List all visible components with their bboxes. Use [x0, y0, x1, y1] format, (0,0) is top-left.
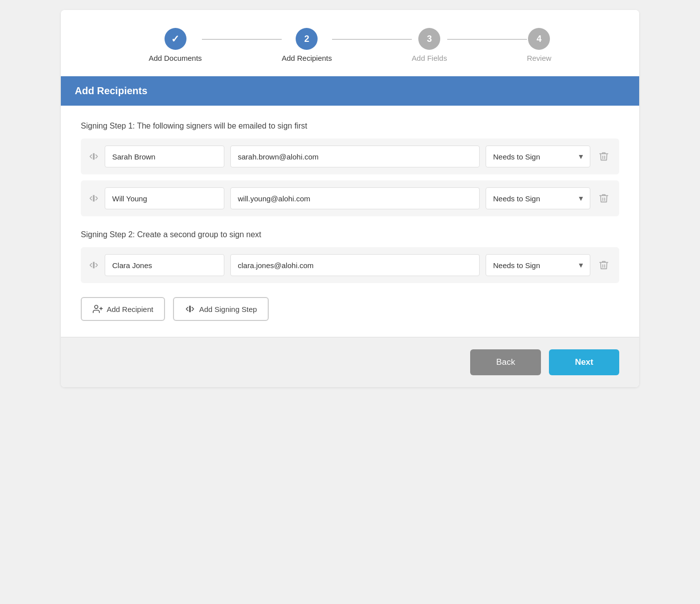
step-number-2: 2 [304, 34, 309, 44]
step-circle-3: 3 [418, 28, 440, 50]
step-label-1: Add Documents [149, 54, 202, 62]
step-add-documents: ✓ Add Documents [149, 28, 202, 62]
add-signing-step-label: Add Signing Step [199, 305, 257, 313]
step-circle-2: 2 [296, 28, 318, 50]
step-connector-2 [332, 39, 412, 40]
add-recipient-label: Add Recipient [107, 305, 153, 313]
add-buttons-area: Add Recipient Add Signing Step [81, 297, 619, 321]
step-number-3: 3 [427, 34, 432, 44]
back-button[interactable]: Back [470, 349, 541, 375]
recipient-row-2: Needs to Sign Gets a Copy Needs to View … [81, 180, 619, 216]
recipient-2-role-wrapper: Needs to Sign Gets a Copy Needs to View … [486, 187, 590, 209]
recipient-1-role-select[interactable]: Needs to Sign Gets a Copy Needs to View … [486, 146, 590, 167]
step-label-4: Review [527, 54, 551, 62]
step-review: 4 Review [527, 28, 551, 62]
add-recipient-icon [93, 304, 103, 314]
add-recipient-button[interactable]: Add Recipient [81, 297, 165, 321]
step-label-2: Add Recipients [282, 54, 332, 62]
step-add-recipients: 2 Add Recipients [282, 28, 332, 62]
step-number-4: 4 [536, 34, 541, 44]
svg-point-0 [95, 305, 98, 309]
recipient-1-role-wrapper: Needs to Sign Gets a Copy Needs to View … [486, 146, 590, 167]
content-area: Signing Step 1: The following signers wi… [61, 106, 639, 337]
section-header: Add Recipients [61, 76, 639, 106]
stepper: ✓ Add Documents 2 Add Recipients 3 Add F… [61, 10, 639, 76]
delete-recipient-3-button[interactable] [596, 258, 611, 273]
recipient-row-3: Needs to Sign Gets a Copy Needs to View … [81, 247, 619, 283]
recipient-2-role-select[interactable]: Needs to Sign Gets a Copy Needs to View … [486, 187, 590, 209]
delete-recipient-1-button[interactable] [596, 149, 611, 164]
add-signing-step-icon [185, 304, 195, 314]
sort-handle-2[interactable] [89, 193, 99, 203]
recipient-2-email-input[interactable] [230, 187, 480, 209]
recipient-3-name-input[interactable] [105, 254, 224, 276]
delete-recipient-2-button[interactable] [596, 191, 611, 206]
next-button[interactable]: Next [549, 349, 619, 375]
recipient-3-email-input[interactable] [230, 254, 480, 276]
recipient-1-email-input[interactable] [230, 146, 480, 167]
signing-step-1-label: Signing Step 1: The following signers wi… [81, 122, 619, 131]
main-container: ✓ Add Documents 2 Add Recipients 3 Add F… [61, 10, 639, 387]
footer: Back Next [61, 337, 639, 387]
sort-handle-3[interactable] [89, 260, 99, 270]
step-label-3: Add Fields [412, 54, 447, 62]
step-connector-3 [447, 39, 527, 40]
step-circle-4: 4 [528, 28, 550, 50]
signing-step-2-group: Signing Step 2: Create a second group to… [81, 230, 619, 283]
section-title: Add Recipients [75, 85, 148, 96]
recipient-3-role-select[interactable]: Needs to Sign Gets a Copy Needs to View … [486, 254, 590, 276]
signing-step-2-label: Signing Step 2: Create a second group to… [81, 230, 619, 239]
step-add-fields: 3 Add Fields [412, 28, 447, 62]
step-connector-1 [202, 39, 282, 40]
signing-step-1-group: Signing Step 1: The following signers wi… [81, 122, 619, 216]
add-signing-step-button[interactable]: Add Signing Step [173, 297, 269, 321]
recipient-3-role-wrapper: Needs to Sign Gets a Copy Needs to View … [486, 254, 590, 276]
step-circle-1: ✓ [165, 28, 186, 50]
sort-handle-1[interactable] [89, 151, 99, 161]
checkmark-icon: ✓ [171, 33, 179, 45]
recipient-row-1: Needs to Sign Gets a Copy Needs to View … [81, 139, 619, 174]
recipient-2-name-input[interactable] [105, 187, 224, 209]
recipient-1-name-input[interactable] [105, 146, 224, 167]
